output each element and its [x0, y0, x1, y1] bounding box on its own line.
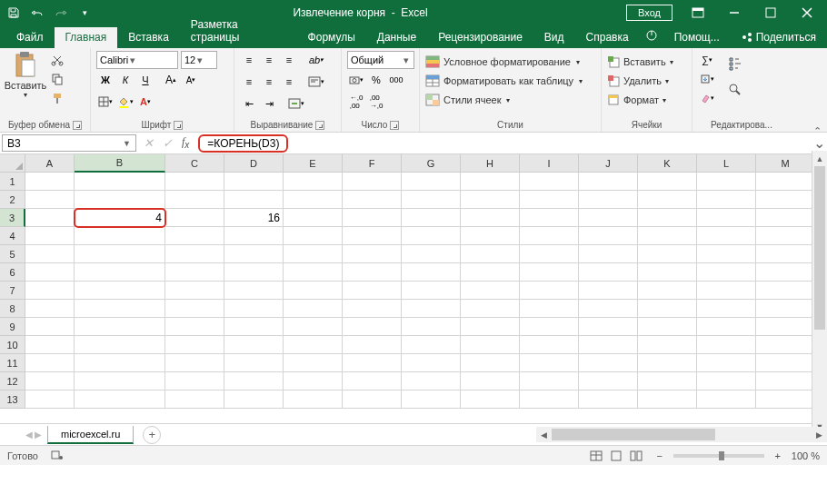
cell[interactable]: [284, 300, 343, 318]
orientation-icon[interactable]: ab▾: [307, 51, 325, 69]
cell[interactable]: [461, 209, 520, 227]
cell[interactable]: [165, 390, 224, 409]
font-color-icon[interactable]: A▾: [136, 93, 154, 111]
col-header[interactable]: B: [75, 154, 165, 173]
tab-view[interactable]: Вид: [533, 27, 575, 48]
cell[interactable]: [165, 318, 224, 336]
tab-review[interactable]: Рецензирование: [427, 27, 533, 48]
align-center-icon[interactable]: ≡: [260, 73, 278, 91]
zoom-level[interactable]: 100 %: [792, 450, 820, 461]
cell[interactable]: [343, 336, 402, 354]
cell[interactable]: [579, 282, 638, 300]
cell[interactable]: [165, 263, 224, 282]
wrap-text-icon[interactable]: ▾: [307, 73, 325, 91]
cell[interactable]: [520, 390, 579, 409]
cell[interactable]: [638, 245, 697, 263]
cell[interactable]: [402, 336, 461, 354]
minimize-icon[interactable]: [718, 1, 751, 25]
cell[interactable]: [520, 173, 579, 191]
cell[interactable]: [579, 318, 638, 336]
number-launcher[interactable]: [390, 121, 399, 130]
cell[interactable]: [402, 263, 461, 282]
number-format-combo[interactable]: Общий▾: [347, 51, 414, 69]
cell[interactable]: [224, 390, 284, 409]
cell[interactable]: [638, 372, 697, 390]
cell[interactable]: [756, 372, 815, 390]
cell[interactable]: [461, 263, 520, 282]
shrink-font-icon[interactable]: A▾: [182, 71, 200, 89]
cell[interactable]: [75, 354, 165, 372]
tab-layout[interactable]: Разметка страницы: [180, 15, 297, 48]
cell[interactable]: [579, 173, 638, 191]
cell[interactable]: [579, 354, 638, 372]
cell[interactable]: [520, 282, 579, 300]
cell[interactable]: [25, 245, 75, 263]
cell[interactable]: [638, 191, 697, 209]
cell[interactable]: [579, 336, 638, 354]
zoom-in-button[interactable]: +: [772, 450, 784, 461]
cell[interactable]: [579, 227, 638, 245]
cell[interactable]: [638, 354, 697, 372]
maximize-icon[interactable]: [754, 1, 787, 25]
cell[interactable]: [520, 263, 579, 282]
cell[interactable]: [165, 209, 224, 227]
macro-record-icon[interactable]: [51, 450, 64, 462]
page-layout-view-icon[interactable]: [606, 448, 626, 464]
cell[interactable]: [224, 191, 284, 209]
redo-icon[interactable]: [51, 3, 71, 23]
cell[interactable]: [75, 300, 165, 318]
cell[interactable]: [75, 191, 165, 209]
cell[interactable]: [520, 209, 579, 227]
cell[interactable]: [284, 245, 343, 263]
cut-icon[interactable]: [48, 51, 66, 69]
cell[interactable]: [697, 318, 756, 336]
cell[interactable]: [402, 300, 461, 318]
close-icon[interactable]: [791, 1, 823, 25]
decrease-indent-icon[interactable]: ⇤: [240, 94, 258, 113]
find-select-icon[interactable]: [722, 77, 748, 103]
cell[interactable]: [224, 227, 284, 245]
cell[interactable]: [697, 263, 756, 282]
sheet-nav-next-icon[interactable]: ▶: [35, 430, 42, 440]
cell[interactable]: [579, 191, 638, 209]
align-left-icon[interactable]: ≡: [240, 73, 258, 91]
zoom-out-button[interactable]: −: [653, 450, 666, 461]
cell[interactable]: [697, 227, 756, 245]
cell[interactable]: [343, 209, 402, 227]
col-header[interactable]: F: [343, 154, 402, 173]
delete-cells-button[interactable]: Удалить▾: [607, 72, 673, 90]
cell[interactable]: [402, 245, 461, 263]
cell[interactable]: [75, 282, 165, 300]
cell[interactable]: [25, 227, 75, 245]
cell[interactable]: [75, 336, 165, 354]
cell[interactable]: [756, 318, 815, 336]
cell[interactable]: [284, 191, 343, 209]
cell[interactable]: [756, 209, 815, 227]
border-icon[interactable]: ▾: [96, 93, 115, 111]
insert-cells-button[interactable]: Вставить▾: [607, 53, 677, 71]
cell[interactable]: [402, 227, 461, 245]
cell[interactable]: [165, 191, 224, 209]
cell[interactable]: 4: [75, 209, 165, 227]
cell[interactable]: [579, 263, 638, 282]
row-header[interactable]: 2: [0, 191, 25, 209]
cell[interactable]: [520, 372, 579, 390]
cell[interactable]: [284, 173, 343, 191]
cell[interactable]: [75, 263, 165, 282]
cell[interactable]: [638, 390, 697, 409]
cell[interactable]: [579, 372, 638, 390]
col-header[interactable]: K: [638, 154, 697, 173]
cell[interactable]: [75, 245, 165, 263]
cell[interactable]: [520, 300, 579, 318]
bold-button[interactable]: Ж: [96, 71, 115, 89]
cell[interactable]: [756, 245, 815, 263]
cell[interactable]: [165, 300, 224, 318]
cell[interactable]: [520, 227, 579, 245]
normal-view-icon[interactable]: [586, 448, 606, 464]
row-header[interactable]: 8: [0, 300, 25, 318]
align-right-icon[interactable]: ≡: [280, 73, 298, 91]
cell[interactable]: [697, 390, 756, 409]
cell[interactable]: [224, 263, 284, 282]
cell[interactable]: [638, 263, 697, 282]
align-top-icon[interactable]: ≡: [240, 51, 258, 69]
